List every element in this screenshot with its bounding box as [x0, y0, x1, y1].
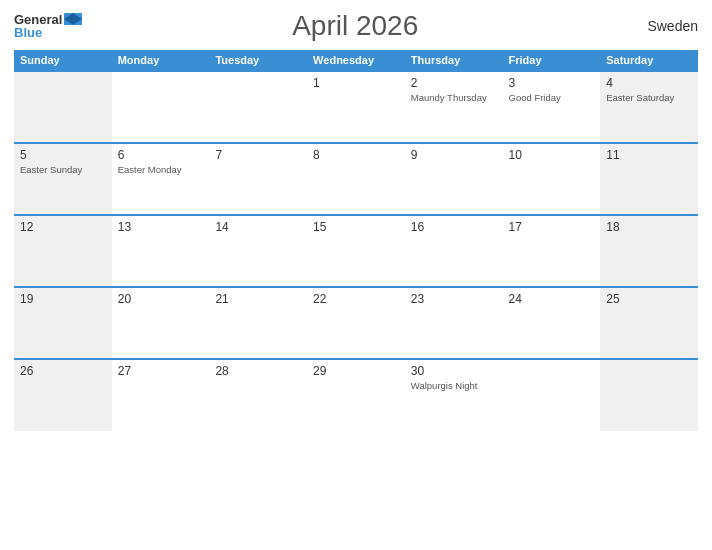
- calendar-cell: [503, 359, 601, 431]
- header-thursday: Thursday: [405, 50, 503, 71]
- calendar-cell: 19: [14, 287, 112, 359]
- day-number: 3: [509, 76, 595, 90]
- day-event: Easter Saturday: [606, 92, 692, 103]
- logo-blue-text: Blue: [14, 26, 42, 39]
- day-number: 26: [20, 364, 106, 378]
- calendar-cell: 1: [307, 71, 405, 143]
- calendar-cell: 23: [405, 287, 503, 359]
- calendar-cell: 15: [307, 215, 405, 287]
- day-number: 16: [411, 220, 497, 234]
- calendar-week-row: 12131415161718: [14, 215, 698, 287]
- day-number: 1: [313, 76, 399, 90]
- day-number: 17: [509, 220, 595, 234]
- day-number: 14: [215, 220, 301, 234]
- day-number: 28: [215, 364, 301, 378]
- header-tuesday: Tuesday: [209, 50, 307, 71]
- calendar-week-row: 2627282930Walpurgis Night: [14, 359, 698, 431]
- day-number: 10: [509, 148, 595, 162]
- calendar-cell: 3Good Friday: [503, 71, 601, 143]
- calendar-cell: 24: [503, 287, 601, 359]
- day-number: 22: [313, 292, 399, 306]
- calendar-cell: 7: [209, 143, 307, 215]
- day-number: 29: [313, 364, 399, 378]
- calendar-cell: 5Easter Sunday: [14, 143, 112, 215]
- calendar-cell: 9: [405, 143, 503, 215]
- calendar-cell: 29: [307, 359, 405, 431]
- calendar-cell: 16: [405, 215, 503, 287]
- month-title: April 2026: [82, 10, 628, 42]
- header-sunday: Sunday: [14, 50, 112, 71]
- day-number: 27: [118, 364, 204, 378]
- logo-flag-icon: [64, 13, 82, 25]
- calendar-cell: 12: [14, 215, 112, 287]
- day-event: Walpurgis Night: [411, 380, 497, 391]
- header-monday: Monday: [112, 50, 210, 71]
- calendar-cell: 27: [112, 359, 210, 431]
- calendar-cell: [209, 71, 307, 143]
- day-number: 23: [411, 292, 497, 306]
- country-label: Sweden: [628, 18, 698, 34]
- day-number: 20: [118, 292, 204, 306]
- day-event: Easter Sunday: [20, 164, 106, 175]
- day-number: 24: [509, 292, 595, 306]
- calendar-week-row: 5Easter Sunday6Easter Monday7891011: [14, 143, 698, 215]
- day-number: 18: [606, 220, 692, 234]
- day-number: 21: [215, 292, 301, 306]
- calendar-cell: 18: [600, 215, 698, 287]
- calendar-cell: 2Maundy Thursday: [405, 71, 503, 143]
- calendar-cell: 30Walpurgis Night: [405, 359, 503, 431]
- header-wednesday: Wednesday: [307, 50, 405, 71]
- day-number: 7: [215, 148, 301, 162]
- logo: General Blue: [14, 13, 82, 39]
- calendar-container: General Blue April 2026 Sweden Sunday Mo…: [0, 0, 712, 550]
- calendar-cell: 8: [307, 143, 405, 215]
- day-event: Easter Monday: [118, 164, 204, 175]
- calendar-cell: 6Easter Monday: [112, 143, 210, 215]
- day-number: 12: [20, 220, 106, 234]
- day-event: Maundy Thursday: [411, 92, 497, 103]
- day-number: 8: [313, 148, 399, 162]
- day-number: 25: [606, 292, 692, 306]
- calendar-cell: 21: [209, 287, 307, 359]
- calendar-cell: 11: [600, 143, 698, 215]
- calendar-cell: 26: [14, 359, 112, 431]
- calendar-table: Sunday Monday Tuesday Wednesday Thursday…: [14, 50, 698, 431]
- calendar-week-row: 12Maundy Thursday3Good Friday4Easter Sat…: [14, 71, 698, 143]
- day-number: 15: [313, 220, 399, 234]
- calendar-cell: 20: [112, 287, 210, 359]
- day-number: 5: [20, 148, 106, 162]
- calendar-week-row: 19202122232425: [14, 287, 698, 359]
- calendar-cell: 17: [503, 215, 601, 287]
- calendar-cell: [112, 71, 210, 143]
- calendar-cell: 10: [503, 143, 601, 215]
- header-friday: Friday: [503, 50, 601, 71]
- day-number: 9: [411, 148, 497, 162]
- day-number: 19: [20, 292, 106, 306]
- day-number: 11: [606, 148, 692, 162]
- day-number: 4: [606, 76, 692, 90]
- calendar-cell: 4Easter Saturday: [600, 71, 698, 143]
- day-number: 30: [411, 364, 497, 378]
- day-event: Good Friday: [509, 92, 595, 103]
- day-number: 2: [411, 76, 497, 90]
- calendar-cell: 25: [600, 287, 698, 359]
- calendar-cell: 14: [209, 215, 307, 287]
- header-saturday: Saturday: [600, 50, 698, 71]
- calendar-cell: 22: [307, 287, 405, 359]
- calendar-cell: [14, 71, 112, 143]
- calendar-cell: [600, 359, 698, 431]
- day-number: 6: [118, 148, 204, 162]
- day-number: 13: [118, 220, 204, 234]
- calendar-cell: 28: [209, 359, 307, 431]
- header: General Blue April 2026 Sweden: [14, 10, 698, 42]
- calendar-cell: 13: [112, 215, 210, 287]
- weekday-header-row: Sunday Monday Tuesday Wednesday Thursday…: [14, 50, 698, 71]
